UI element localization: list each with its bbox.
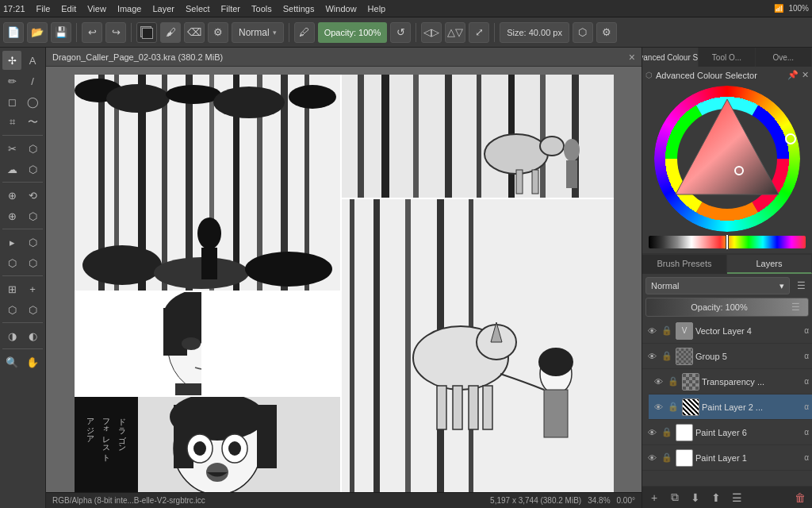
layer-item[interactable]: 👁 🔒 Transparency ... α <box>649 369 812 394</box>
tool-row: 🔍 ✋ <box>2 352 43 371</box>
tool-options[interactable]: ⚙ <box>208 22 228 43</box>
tab-tool-options[interactable]: Tool O... <box>699 48 755 67</box>
menu-window[interactable]: Window <box>320 2 361 15</box>
ellipse-tool[interactable]: ◯ <box>23 92 42 111</box>
layer-item[interactable]: 👁 🔒 Paint Layer 1 α <box>642 445 812 471</box>
alpha-lock-icon[interactable]: α <box>804 402 809 411</box>
layer-visibility-toggle[interactable]: 👁 <box>652 375 665 388</box>
alpha-lock-icon[interactable]: α <box>804 428 809 437</box>
select-tool[interactable]: ✢ <box>2 51 21 70</box>
menu-filter[interactable]: Filter <box>216 2 245 15</box>
menu-select[interactable]: Select <box>181 2 215 15</box>
save-button[interactable]: 💾 <box>51 22 71 43</box>
brush-icon[interactable]: 🖊 <box>294 22 315 43</box>
alpha-lock-icon[interactable]: α <box>804 352 809 360</box>
wrap-icon[interactable]: ⤢ <box>469 22 489 43</box>
lasso-tool[interactable]: ☁ <box>2 160 21 179</box>
redo-button[interactable]: ↪ <box>105 22 126 43</box>
color-wheel-container[interactable] <box>652 83 802 234</box>
alpha-lock-icon[interactable]: α <box>804 326 809 335</box>
reference-tool[interactable]: + <box>23 279 42 298</box>
dodge-tool[interactable]: ◐ <box>23 326 42 345</box>
eyedropper-tool[interactable]: ⊕ <box>2 206 21 225</box>
menu-settings[interactable]: Settings <box>278 2 320 15</box>
blend-mode-dropdown[interactable]: Normal ▾ <box>232 22 284 43</box>
pin-icon[interactable]: 📌 <box>787 70 799 80</box>
line-tool[interactable]: / <box>23 71 42 90</box>
magic-wand-tool[interactable]: ⬡ <box>23 160 42 179</box>
close-icon[interactable]: × <box>629 51 635 64</box>
smart-patch-tool[interactable]: ⬡ <box>23 206 42 225</box>
tab-advanced-colour[interactable]: Advanced Colour Sel... <box>642 48 699 67</box>
layers-settings-btn[interactable]: ☰ <box>793 278 809 294</box>
canvas-area[interactable]: アジア フォレスト ドラゴン <box>46 67 642 492</box>
text-tool[interactable]: A <box>23 51 42 70</box>
delete-layer-btn[interactable]: 🗑 <box>791 489 809 506</box>
add-layer-btn[interactable]: + <box>645 489 663 506</box>
eraser-tool[interactable]: ⌫ <box>184 22 205 43</box>
size-control[interactable]: Size: 40.00 px <box>500 22 569 43</box>
layer-item[interactable]: 👁 🔒 Group 5 α <box>642 344 812 369</box>
layers-list: 👁 🔒 V Vector Layer 4 α 👁 🔒 Group 5 α <box>642 318 812 486</box>
tab-overview[interactable]: Ove... <box>756 48 812 67</box>
layer-item[interactable]: 👁 🔒 V Vector Layer 4 α <box>642 318 812 344</box>
layer-style-btn[interactable]: ☰ <box>728 489 745 506</box>
crop-tool[interactable]: ⬡ <box>2 253 21 272</box>
layer-visibility-toggle[interactable]: 👁 <box>652 401 665 414</box>
reset-btn[interactable]: ↺ <box>390 22 411 43</box>
menu-layer[interactable]: Layer <box>147 2 179 15</box>
alpha-lock-icon[interactable]: α <box>804 453 809 462</box>
layer-item[interactable]: 👁 🔒 Paint Layer 2 ... α <box>649 394 812 420</box>
gradient-tool[interactable]: ⟲ <box>23 186 42 205</box>
move-tool[interactable]: ⊞ <box>2 279 21 298</box>
polygon-select-tool[interactable]: ⬡ <box>23 139 42 158</box>
brush-tool[interactable]: 🖌 <box>160 22 181 43</box>
layer-visibility-toggle[interactable]: 👁 <box>645 350 658 363</box>
opacity-menu-btn[interactable]: ☰ <box>787 302 803 313</box>
fill-tool[interactable]: ⊕ <box>2 186 21 205</box>
svg-rect-41 <box>163 308 187 356</box>
menu-tools[interactable]: Tools <box>247 2 277 15</box>
merge-down-btn[interactable]: ⬇ <box>687 489 704 506</box>
layers-tab[interactable]: Layers <box>727 255 812 274</box>
layer-visibility-toggle[interactable]: 👁 <box>645 325 658 337</box>
clone-tool[interactable]: ⬡ <box>2 300 21 319</box>
burn-tool[interactable]: ◑ <box>2 326 21 345</box>
layer-item[interactable]: 👁 🔒 Paint Layer 6 α <box>642 420 812 445</box>
measure-tool[interactable]: ⬡ <box>23 253 42 272</box>
alpha-lock-icon[interactable]: α <box>804 377 809 386</box>
size-icon[interactable]: ⬡ <box>573 22 593 43</box>
rect-tool[interactable]: ◻ <box>2 92 21 111</box>
menu-edit[interactable]: Edit <box>56 2 81 15</box>
layer-opacity-bar[interactable]: Opacity: 100% ☰ <box>645 298 809 317</box>
grid-tool[interactable]: ⌗ <box>2 113 21 132</box>
menu-help[interactable]: Help <box>363 2 391 15</box>
brush-presets-tab[interactable]: Brush Presets <box>642 255 727 274</box>
curve-tool[interactable]: 〜 <box>23 113 42 132</box>
brush-tool-box[interactable]: ✏ <box>2 71 21 90</box>
new-button[interactable]: 📄 <box>3 22 24 43</box>
open-button[interactable]: 📂 <box>27 22 48 43</box>
undo-button[interactable]: ↩ <box>82 22 102 43</box>
mirror-v-icon[interactable]: △▽ <box>445 22 465 43</box>
multibrush-tool[interactable]: ⬡ <box>23 300 42 319</box>
move-up-btn[interactable]: ⬆ <box>707 489 725 506</box>
mirror-h-icon[interactable]: ◁▷ <box>421 22 442 43</box>
opacity-control[interactable]: Opacity: 100% <box>318 22 388 43</box>
pan-tool[interactable]: ✋ <box>23 352 42 371</box>
layer-visibility-toggle[interactable]: 👁 <box>645 426 658 439</box>
scissors-tool[interactable]: ✂ <box>2 139 21 158</box>
hue-bar[interactable] <box>649 236 806 248</box>
layer-visibility-toggle[interactable]: 👁 <box>645 452 658 464</box>
copy-layer-btn[interactable]: ⧉ <box>666 489 684 506</box>
menu-image[interactable]: Image <box>113 2 147 15</box>
close-icon[interactable]: ✕ <box>802 70 809 80</box>
warp-tool[interactable]: ⬡ <box>23 233 42 252</box>
canvas-options[interactable]: ⚙ <box>596 22 617 43</box>
blend-mode-selector[interactable]: Normal ▾ <box>645 277 790 294</box>
color-fg[interactable] <box>136 22 157 43</box>
menu-view[interactable]: View <box>82 2 111 15</box>
transform-tool[interactable]: ▸ <box>2 233 21 252</box>
zoom-tool[interactable]: 🔍 <box>2 352 21 371</box>
menu-file[interactable]: File <box>32 2 56 15</box>
